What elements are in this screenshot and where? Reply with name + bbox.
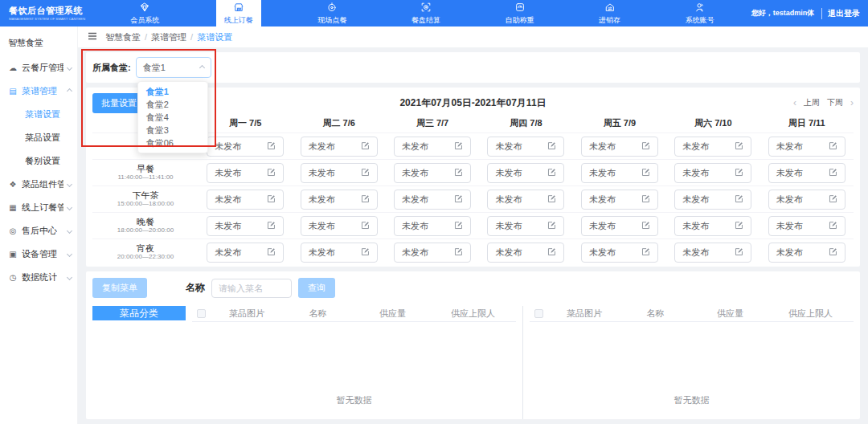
unpublished-slot-button[interactable]: 未发布 (301, 137, 378, 157)
unpublished-slot-button[interactable]: 未发布 (674, 137, 751, 157)
breadcrumb-item[interactable]: 菜谱管理 (151, 31, 186, 43)
unpublished-slot-button[interactable]: 未发布 (207, 163, 284, 183)
edit-icon[interactable] (361, 247, 370, 258)
unpublished-slot-button[interactable]: 未发布 (674, 243, 751, 263)
unpublished-slot-button[interactable]: 未发布 (581, 190, 658, 210)
edit-icon[interactable] (454, 221, 463, 231)
edit-icon[interactable] (641, 141, 650, 152)
unpublished-slot-button[interactable]: 未发布 (301, 190, 378, 210)
sidebar-item[interactable]: ☁云餐厅管理 (0, 56, 77, 80)
top-nav-item[interactable]: 自助称重 (497, 0, 542, 26)
unpublished-slot-button[interactable]: 未发布 (487, 137, 564, 157)
sidebar-item[interactable]: ◎售后中心 (0, 219, 77, 243)
edit-icon[interactable] (641, 168, 650, 178)
edit-icon[interactable] (454, 247, 463, 258)
dropdown-option[interactable]: 食堂1 (138, 85, 207, 98)
next-week-arrow-icon[interactable]: › (850, 97, 854, 108)
unpublished-slot-button[interactable]: 未发布 (674, 190, 751, 210)
select-all-checkbox[interactable] (197, 309, 206, 318)
edit-icon[interactable] (267, 141, 276, 152)
logout-button[interactable]: 退出登录 (821, 8, 860, 19)
dropdown-option[interactable]: 食堂06 (138, 137, 207, 149)
edit-icon[interactable] (641, 247, 650, 258)
sidebar-item[interactable]: ❖菜品组件管理 (0, 173, 77, 196)
unpublished-slot-button[interactable]: 未发布 (768, 216, 845, 236)
edit-icon[interactable] (829, 194, 837, 205)
edit-icon[interactable] (361, 168, 370, 178)
unpublished-slot-button[interactable]: 未发布 (394, 137, 471, 157)
sidebar-item[interactable]: ▣设备管理 (0, 243, 77, 266)
top-nav-item[interactable]: 线上订餐 (216, 0, 261, 26)
sidebar-subitem[interactable]: 菜谱设置 (0, 103, 77, 126)
unpublished-slot-button[interactable]: 未发布 (487, 163, 564, 183)
edit-icon[interactable] (829, 168, 837, 178)
unpublished-slot-button[interactable]: 未发布 (768, 190, 845, 210)
edit-icon[interactable] (454, 194, 463, 205)
edit-icon[interactable] (267, 221, 276, 231)
unpublished-slot-button[interactable]: 未发布 (207, 243, 284, 263)
edit-icon[interactable] (829, 221, 837, 231)
sidebar-item[interactable]: ◷数据统计 (0, 266, 77, 289)
dropdown-option[interactable]: 食堂3 (138, 124, 207, 137)
dropdown-option[interactable]: 食堂2 (138, 98, 207, 111)
dish-name-input[interactable] (211, 279, 292, 298)
next-week-button[interactable]: 下周 (827, 97, 843, 108)
unpublished-slot-button[interactable]: 未发布 (301, 163, 378, 183)
unpublished-slot-button[interactable]: 未发布 (768, 163, 845, 183)
top-nav-item[interactable]: 系统账号 (678, 0, 723, 26)
unpublished-slot-button[interactable]: 未发布 (487, 243, 564, 263)
edit-icon[interactable] (735, 141, 743, 152)
edit-icon[interactable] (454, 141, 463, 152)
edit-icon[interactable] (454, 168, 463, 178)
sidebar-subitem[interactable]: 菜品设置 (0, 126, 77, 149)
dropdown-option[interactable]: 食堂4 (138, 111, 207, 124)
unpublished-slot-button[interactable]: 未发布 (581, 137, 658, 157)
canteen-select[interactable]: 食堂1 (136, 57, 211, 78)
sidebar-subitem[interactable]: 餐别设置 (0, 149, 77, 173)
unpublished-slot-button[interactable]: 未发布 (768, 243, 845, 263)
unpublished-slot-button[interactable]: 未发布 (674, 216, 751, 236)
sidebar-fold-icon[interactable] (88, 31, 97, 43)
edit-icon[interactable] (361, 221, 370, 231)
edit-icon[interactable] (829, 141, 837, 152)
unpublished-slot-button[interactable]: 未发布 (768, 137, 845, 157)
edit-icon[interactable] (641, 221, 650, 231)
top-nav-item[interactable]: 餐盘结算 (403, 0, 448, 26)
edit-icon[interactable] (267, 168, 276, 178)
breadcrumb-item[interactable]: 智慧食堂 (105, 31, 141, 43)
sidebar-item[interactable]: ▤菜谱管理 (0, 80, 77, 103)
query-button[interactable]: 查询 (298, 278, 335, 298)
edit-icon[interactable] (361, 194, 370, 205)
unpublished-slot-button[interactable]: 未发布 (207, 137, 284, 157)
unpublished-slot-button[interactable]: 未发布 (207, 190, 284, 210)
unpublished-slot-button[interactable]: 未发布 (394, 216, 471, 236)
edit-icon[interactable] (735, 194, 743, 205)
prev-week-button[interactable]: 上周 (804, 97, 820, 108)
unpublished-slot-button[interactable]: 未发布 (301, 243, 378, 263)
edit-icon[interactable] (361, 141, 370, 152)
edit-icon[interactable] (267, 194, 276, 205)
edit-icon[interactable] (641, 194, 650, 205)
unpublished-slot-button[interactable]: 未发布 (394, 243, 471, 263)
unpublished-slot-button[interactable]: 未发布 (207, 216, 284, 236)
edit-icon[interactable] (829, 247, 837, 258)
sidebar-item[interactable]: ▦线上订餐管理 (0, 196, 77, 219)
edit-icon[interactable] (735, 247, 743, 258)
edit-icon[interactable] (547, 247, 556, 258)
unpublished-slot-button[interactable]: 未发布 (674, 163, 751, 183)
unpublished-slot-button[interactable]: 未发布 (394, 190, 471, 210)
top-nav-item[interactable]: 现场点餐 (309, 0, 354, 26)
edit-icon[interactable] (735, 221, 743, 231)
edit-icon[interactable] (547, 221, 556, 231)
unpublished-slot-button[interactable]: 未发布 (487, 190, 564, 210)
unpublished-slot-button[interactable]: 未发布 (581, 216, 658, 236)
edit-icon[interactable] (547, 168, 556, 178)
dish-category-tab[interactable]: 菜品分类 (92, 306, 186, 320)
edit-icon[interactable] (547, 141, 556, 152)
unpublished-slot-button[interactable]: 未发布 (301, 216, 378, 236)
edit-icon[interactable] (267, 247, 276, 258)
select-all-checkbox[interactable] (534, 309, 543, 318)
copy-menu-button[interactable]: 复制菜单 (92, 278, 147, 298)
prev-week-arrow-icon[interactable]: ‹ (793, 97, 796, 108)
edit-icon[interactable] (735, 168, 743, 178)
